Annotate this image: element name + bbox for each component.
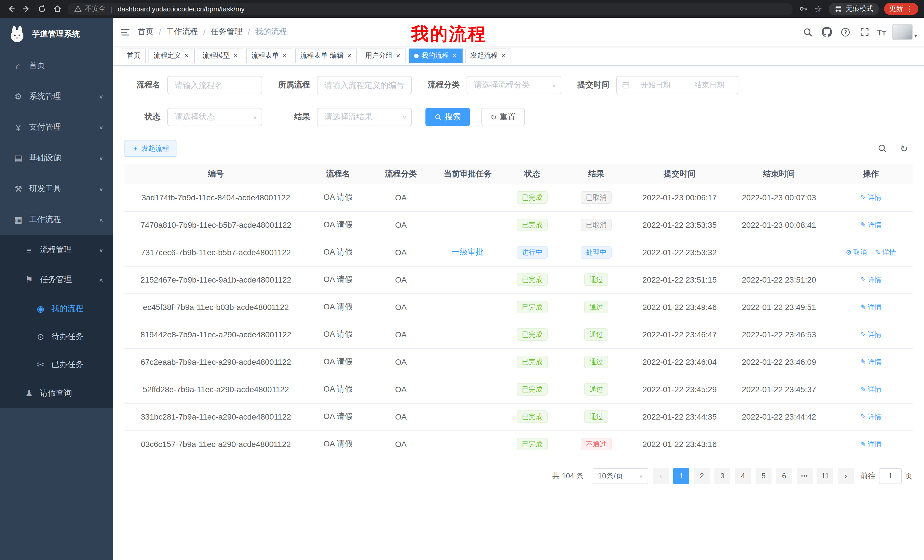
app-logo[interactable]: 芋道管理系统 [0,18,113,50]
help-icon[interactable]: ? [839,26,852,38]
sidebar-item-my-process[interactable]: ◉我的流程 [0,295,113,322]
close-icon[interactable]: × [501,52,506,59]
tab-发起流程[interactable]: 发起流程× [465,48,511,63]
refresh-table-icon[interactable]: ↻ [898,142,910,155]
status-badge: 已完成 [517,438,548,451]
close-icon[interactable]: × [346,52,352,59]
reset-button[interactable]: ↻ 重置 [482,108,525,126]
close-icon[interactable]: × [452,52,457,59]
sidebar-item-devtools[interactable]: ⚒研发工具∨ [0,174,113,204]
back-icon[interactable] [6,4,16,14]
cell-result: 已取消 [562,211,630,239]
reload-icon[interactable] [36,4,47,14]
chevron-down-icon: ∨ [99,186,104,192]
page-button-6[interactable]: 6 [776,468,792,484]
page-button-1[interactable]: 1 [673,468,689,484]
column-header: 当前审批任务 [433,165,502,184]
user-menu[interactable]: ▾ [892,24,917,40]
sidebar-item-process-mgmt[interactable]: ≡流程管理∨ [0,235,113,265]
close-icon[interactable]: × [282,52,287,59]
prev-page-button[interactable]: ‹ [653,468,669,484]
sidebar-item-todo-task[interactable]: ⊙待办任务 [0,322,113,350]
page-button-2[interactable]: 2 [694,468,710,484]
cell-task [433,403,502,430]
avatar[interactable] [892,24,913,40]
address-bar[interactable]: 不安全 | dashboard.yudao.iocoder.cn/bpm/tas… [68,3,793,15]
cell-task [433,184,502,211]
tab-流程表单[interactable]: 流程表单× [246,48,292,63]
tab-流程模型[interactable]: 流程模型× [197,48,243,63]
search-button[interactable]: 搜索 [426,108,470,126]
start-date-placeholder[interactable]: 开始日期 [632,80,679,90]
breadcrumb: 首页/工作流程/任务管理/我的流程 [138,27,287,37]
tab-流程表单-编辑[interactable]: 流程表单-编辑× [295,48,357,63]
goto-page-input[interactable] [879,468,902,484]
update-button[interactable]: 更新 ⋮ [884,3,918,15]
fullscreen-icon[interactable] [858,26,871,38]
tab-我的流程[interactable]: 我的流程× [409,48,462,63]
detail-link[interactable]: ✎详情 [860,193,882,203]
forward-icon[interactable] [21,4,32,14]
date-range-picker[interactable]: 开始日期 - 结束日期 [616,76,738,94]
tab-流程定义[interactable]: 流程定义× [148,48,195,63]
search-icon[interactable] [801,26,814,38]
category-select[interactable]: 请选择流程分类 ∨ [466,76,561,94]
detail-link[interactable]: ✎详情 [860,412,882,422]
close-icon[interactable]: × [233,52,238,59]
result-badge: 通过 [584,301,608,313]
detail-link[interactable]: ✎详情 [860,220,882,230]
hamburger-icon[interactable] [113,27,138,37]
detail-link[interactable]: ✎详情 [860,357,882,367]
detail-link[interactable]: ✎详情 [875,248,896,258]
table-row: 7470a810-7b9b-11ec-b5b7-acde48001122OA 请… [124,211,913,239]
page-button-5[interactable]: 5 [756,468,771,484]
breadcrumb-item[interactable]: 任务管理 [211,27,243,37]
pagination-ellipsis[interactable]: ••• [796,468,813,484]
close-icon[interactable]: × [184,52,189,59]
page-button-4[interactable]: 4 [735,468,751,484]
create-process-button[interactable]: ＋ 发起流程 [124,140,177,157]
sidebar-item-infra[interactable]: ▤基础设施∨ [0,143,113,174]
breadcrumb-item[interactable]: 工作流程 [166,27,198,37]
detail-icon: ✎ [860,276,866,284]
monitor-icon: ▤ [12,153,24,163]
key-icon[interactable] [798,4,808,14]
detail-link[interactable]: ✎详情 [860,330,882,340]
page-size-select[interactable]: 10条/页 ∨ [593,468,648,484]
status-select[interactable]: 请选择状态 ∨ [167,108,262,126]
bookmark-star-icon[interactable]: ☆ [813,4,824,14]
sidebar-item-system[interactable]: ⚙系统管理∨ [0,81,113,112]
kebab-menu-icon[interactable]: ⋮ [906,4,913,13]
sidebar-item-home[interactable]: ⌂首页 [0,50,113,81]
sidebar-item-task-mgmt[interactable]: ⚑任务管理∧ [0,265,113,295]
detail-link[interactable]: ✎详情 [860,302,882,312]
end-date-placeholder[interactable]: 结束日期 [686,80,733,90]
sidebar-item-done-task[interactable]: ✂已办任务 [0,350,113,379]
column-header: 流程分类 [369,165,433,184]
next-page-button[interactable]: › [838,468,854,484]
browser-home-icon[interactable] [52,4,62,14]
cancel-link[interactable]: ⊗取消 [846,248,867,258]
tab-用户分组[interactable]: 用户分组× [360,48,406,63]
detail-link[interactable]: ✎详情 [860,385,882,394]
sidebar-item-leave-query[interactable]: ♟请假查询 [0,379,113,408]
page-button-3[interactable]: 3 [714,468,730,484]
process-name-input[interactable] [167,76,262,94]
sidebar-item-payment[interactable]: ¥支付管理∨ [0,112,113,143]
toggle-search-icon[interactable] [876,142,889,155]
tab-首页[interactable]: 首页 [122,48,146,63]
task-link[interactable]: 一级审批 [452,247,484,256]
detail-link[interactable]: ✎详情 [860,275,882,285]
sidebar-item-workflow[interactable]: ▦工作流程∧ [0,204,113,235]
process-definition-input[interactable] [317,76,412,94]
close-icon[interactable]: × [396,52,401,59]
sidebar-item-label: 工作流程 [29,215,61,225]
page-button-11[interactable]: 11 [817,468,833,484]
cell-category: OA [369,403,433,430]
github-icon[interactable] [820,26,833,38]
result-select[interactable]: 请选择流结果 ∨ [317,108,412,126]
incognito-profile-chip[interactable]: 无痕模式 [829,3,879,15]
font-size-icon[interactable]: TT [877,28,886,36]
breadcrumb-item[interactable]: 首页 [138,27,154,37]
detail-link[interactable]: ✎详情 [860,440,882,449]
